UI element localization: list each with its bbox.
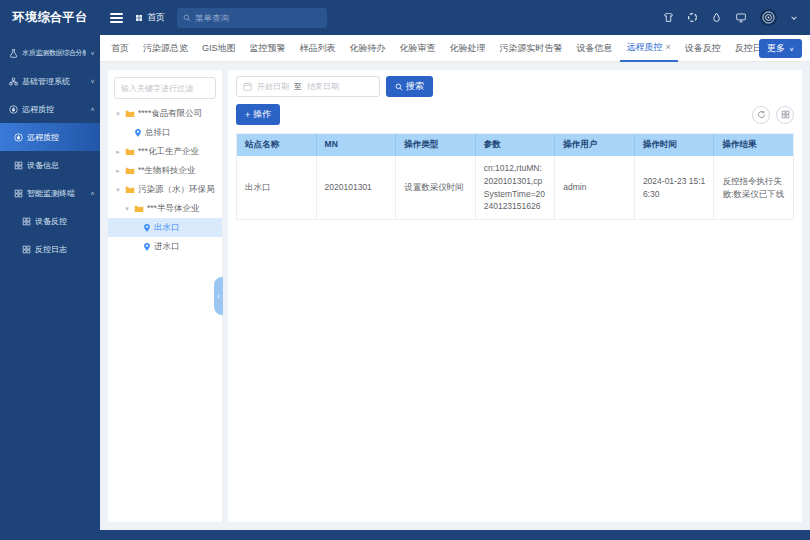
- cell-op-result: 反控指令执行失败:数采仪已下线: [714, 156, 793, 219]
- operation-log-panel: 开始日期 至 结束日期 搜索 + 操作: [228, 70, 802, 522]
- search-button-label: 搜索: [406, 80, 424, 93]
- close-icon[interactable]: ×: [666, 35, 671, 60]
- sidebar-item-smart-terminal[interactable]: 智能监测终端 ∧: [0, 179, 100, 207]
- date-range-separator: 至: [294, 81, 302, 92]
- sidebar-item-label: 基础管理系统: [22, 76, 70, 87]
- home-grid-icon: [135, 14, 143, 22]
- sidebar-item-label: 远程质控: [22, 104, 54, 115]
- menu-search-input[interactable]: [195, 13, 321, 23]
- tree-node-chemical-company[interactable]: ▸ ***化工生产企业: [108, 142, 222, 161]
- sidebar-item-label: 设备信息: [27, 160, 59, 171]
- chevron-down-icon[interactable]: [790, 14, 798, 22]
- sidebar-item-remote-qc[interactable]: 远程质控: [0, 123, 100, 151]
- tree-node-epa-bureau[interactable]: ▾ 污染源（水）环保局: [108, 180, 222, 199]
- caret-down-icon[interactable]: ▾: [123, 205, 131, 213]
- avatar[interactable]: [760, 9, 777, 26]
- tree-node-food-company[interactable]: ▾ ****食品有限公司: [108, 104, 222, 123]
- tab-gis-map[interactable]: GIS地图: [195, 35, 243, 62]
- cell-site: 出水口: [237, 156, 317, 219]
- hamburger-menu-icon[interactable]: [110, 13, 123, 23]
- tab-pollution-overview[interactable]: 污染源总览: [136, 35, 195, 62]
- tab-realtime-alarm[interactable]: 污染源实时告警: [493, 35, 570, 62]
- cell-mn: 2020101301: [317, 156, 397, 219]
- tab-device-info[interactable]: 设备信息: [570, 35, 620, 62]
- panel-collapse-handle[interactable]: ‹: [214, 277, 223, 315]
- grid-icon: [14, 161, 23, 170]
- tree-node-label: 总排口: [145, 127, 171, 139]
- sidebar-item-remote-qc-parent[interactable]: 远程质控 ∧: [0, 95, 100, 123]
- theme-skin-icon[interactable]: [663, 12, 674, 23]
- sidebar-menu: 水质监测数据综合分析 ∨ 基础管理系统 ∨ 远程质控 ∧: [0, 35, 100, 263]
- cell-params: cn:1012,rtuMN:2020101301,cpSystemTime=20…: [476, 156, 556, 219]
- tree-node-label: ***化工生产企业: [138, 146, 199, 158]
- search-toolbar: 开始日期 至 结束日期 搜索: [236, 76, 794, 97]
- sidebar-item-label: 远程质控: [27, 132, 59, 143]
- chevron-up-icon: ∧: [90, 106, 95, 112]
- tab-device-control[interactable]: 设备反控: [678, 35, 728, 62]
- sidebar-item-label: 智能监测终端: [27, 188, 75, 199]
- sidebar-item-control-log[interactable]: 反控日志: [0, 235, 100, 263]
- map-pin-icon: [134, 128, 142, 138]
- sidebar-item-device-control[interactable]: 设备反控: [0, 207, 100, 235]
- caret-right-icon[interactable]: ▸: [114, 148, 122, 156]
- app-root: 环境综合平台 水质监测数据综合分析 ∨ 基础管理系统 ∨ 远: [0, 0, 810, 540]
- search-icon: [183, 14, 191, 22]
- tree-node-biotech-company[interactable]: ▸ **生物科技企业: [108, 161, 222, 180]
- tab-lab-process[interactable]: 化验处理: [443, 35, 493, 62]
- tree-node-inlet[interactable]: 进水口: [108, 237, 222, 256]
- chevron-down-icon: ∨: [90, 50, 95, 56]
- tab-lab-review[interactable]: 化验审查: [393, 35, 443, 62]
- grid-icon: [22, 217, 31, 226]
- breadcrumb-home[interactable]: 首页: [135, 11, 165, 24]
- monitor-icon[interactable]: [735, 12, 747, 23]
- tree-node-label: ****食品有限公司: [138, 108, 202, 120]
- tab-remote-qc[interactable]: 远程质控 ×: [620, 35, 678, 62]
- date-range-picker[interactable]: 开始日期 至 结束日期: [236, 76, 380, 97]
- cell-op-type: 设置数采仪时间: [396, 156, 476, 219]
- operate-button-label: 操作: [253, 108, 271, 121]
- refresh-icon: [757, 110, 766, 119]
- drop-circle-icon: [9, 105, 18, 114]
- caret-down-icon[interactable]: ▾: [114, 110, 122, 118]
- tab-bar: 首页 污染源总览 GIS地图 监控预警 样品列表 化验待办 化验审查 化验处理 …: [100, 35, 810, 62]
- chevron-up-icon: ∧: [90, 190, 95, 196]
- tree-node-label: 污染源（水）环保局: [138, 184, 215, 196]
- operation-log-table: 站点名称 MN 操作类型 参数 操作用户 操作时间 操作结果 出水口 20201…: [236, 133, 794, 220]
- table-tools: [752, 106, 794, 124]
- folder-icon: [125, 147, 135, 156]
- column-header-op-user: 操作用户: [555, 134, 635, 156]
- sidebar-item-base-system[interactable]: 基础管理系统 ∨: [0, 67, 100, 95]
- search-button[interactable]: 搜索: [386, 76, 433, 97]
- segmented-circle-icon[interactable]: [687, 12, 698, 23]
- chevron-left-icon: ‹: [217, 293, 219, 300]
- map-pin-icon: [143, 242, 151, 252]
- sidebar-item-water-analysis[interactable]: 水质监测数据综合分析 ∨: [0, 39, 100, 67]
- sidebar-item-device-info[interactable]: 设备信息: [0, 151, 100, 179]
- tree-node-label: **生物科技企业: [138, 165, 196, 177]
- tree-node-semiconductor-company[interactable]: ▾ ***半导体企业: [108, 199, 222, 218]
- tab-lab-todo[interactable]: 化验待办: [343, 35, 393, 62]
- caret-right-icon[interactable]: ▸: [114, 167, 122, 175]
- water-drop-icon[interactable]: [711, 12, 722, 23]
- tab-sample-list[interactable]: 样品列表: [293, 35, 343, 62]
- column-header-site: 站点名称: [237, 134, 317, 156]
- caret-down-icon[interactable]: ▾: [114, 186, 122, 194]
- topbar: 首页: [100, 0, 810, 35]
- operate-button[interactable]: + 操作: [236, 104, 280, 125]
- tab-home[interactable]: 首页: [104, 35, 136, 62]
- tree-node-main-outlet[interactable]: 总排口: [108, 123, 222, 142]
- column-settings-button[interactable]: [776, 106, 794, 124]
- table-row[interactable]: 出水口 2020101301 设置数采仪时间 cn:1012,rtuMN:202…: [237, 156, 793, 220]
- menu-search-box: [177, 8, 327, 28]
- column-header-mn: MN: [317, 134, 397, 156]
- tree-node-outlet[interactable]: 出水口: [108, 218, 222, 237]
- drop-circle-icon: [14, 133, 23, 142]
- end-date-placeholder: 结束日期: [307, 81, 339, 92]
- tab-monitor-alarm[interactable]: 监控预警: [243, 35, 293, 62]
- chevron-down-icon: ∨: [789, 45, 794, 51]
- more-button[interactable]: 更多 ∨: [759, 39, 802, 58]
- refresh-button[interactable]: [752, 106, 770, 124]
- tree-filter-input[interactable]: [114, 77, 216, 99]
- action-toolbar: + 操作: [236, 104, 794, 125]
- columns-icon: [781, 110, 790, 119]
